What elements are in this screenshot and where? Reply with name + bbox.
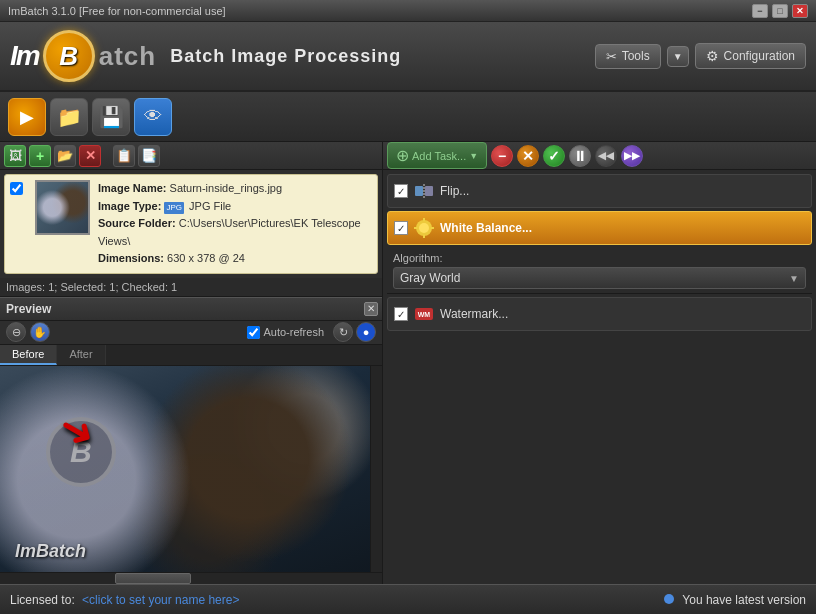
wb-task-label: White Balance... <box>440 221 805 235</box>
configuration-button[interactable]: ⚙ Configuration <box>695 43 806 69</box>
flip-task-icon <box>413 180 435 202</box>
folder-icon: 📁 <box>57 105 82 129</box>
logo-b-letter: B <box>59 41 78 72</box>
cancel-icon: ✕ <box>522 148 534 164</box>
watermark-task-label: Watermark... <box>440 307 805 321</box>
preview-horizontal-scrollbar[interactable] <box>0 572 382 584</box>
watermark-text: ImBatch <box>15 541 86 562</box>
scroll-thumb[interactable] <box>115 573 191 584</box>
color-button[interactable]: ● <box>356 322 376 342</box>
apply-task-button[interactable]: ✓ <box>543 145 565 167</box>
license-area: Licensed to: <click to set your name her… <box>10 593 239 607</box>
refresh-button[interactable]: ↻ <box>333 322 353 342</box>
algorithm-value: Gray World <box>400 271 460 285</box>
preview-vertical-scrollbar[interactable] <box>370 366 382 572</box>
tools-button[interactable]: ✂ Tools <box>595 44 661 69</box>
flip-checkbox[interactable] <box>394 184 408 198</box>
restore-button[interactable]: □ <box>772 4 788 18</box>
folder-open-icon: 📂 <box>57 148 73 163</box>
click-name-link[interactable]: <click to set your name here> <box>82 593 239 607</box>
preview-zoom-out-button[interactable]: ⊖ <box>6 322 26 342</box>
svg-text:WM: WM <box>418 311 431 318</box>
app-title: Batch Image Processing <box>170 46 401 67</box>
file-toolbar: 🖼 + 📂 ✕ 📋 📑 <box>0 142 382 170</box>
paste-icon: 📑 <box>141 148 157 163</box>
preview-image-area: B ImBatch ➜ <box>0 366 382 572</box>
tab-after[interactable]: After <box>57 345 105 365</box>
copy-icon: 📋 <box>116 148 132 163</box>
header: Im B atch Batch Image Processing ✂ Tools… <box>0 22 816 92</box>
logo-area: Im B atch Batch Image Processing <box>10 30 401 82</box>
images-count: Images: 1; Selected: 1; Checked: 1 <box>0 278 382 297</box>
svg-point-4 <box>419 223 429 233</box>
pause-task-button[interactable]: ⏸ <box>569 145 591 167</box>
wrench-icon: ✂ <box>606 49 617 64</box>
select-arrow-icon: ▼ <box>789 273 799 284</box>
file-details: Image Name: Saturn-inside_rings.jpg Imag… <box>98 180 372 268</box>
hand-icon: ✋ <box>33 326 47 339</box>
preview-close-button[interactable]: ✕ <box>364 302 378 316</box>
svg-rect-0 <box>415 186 423 196</box>
add-image-icon: 🖼 <box>9 148 22 163</box>
check-icon: ✓ <box>548 148 560 164</box>
copy-button[interactable]: 📋 <box>113 145 135 167</box>
add-task-dropdown-icon: ▼ <box>469 151 478 161</box>
add-files-button[interactable]: 🖼 <box>4 145 26 167</box>
close-button[interactable]: ✕ <box>792 4 808 18</box>
tools-dropdown-arrow[interactable]: ▼ <box>667 46 689 67</box>
auto-refresh-checkbox[interactable] <box>247 326 260 339</box>
play-icon: ▶ <box>20 106 34 128</box>
svg-rect-1 <box>425 186 433 196</box>
right-panel: ⊕ Add Task... ▼ − ✕ ✓ ⏸ ◀◀ ▶▶ <box>383 142 816 584</box>
title-bar-text: ImBatch 3.1.0 [Free for non-commercial u… <box>8 5 226 17</box>
refresh-icon: ↻ <box>339 326 348 339</box>
logo-batch-text: atch <box>99 41 156 72</box>
preview-tabs: Before After <box>0 345 382 366</box>
save-icon: 💾 <box>99 105 124 129</box>
wb-task-icon <box>413 217 435 239</box>
remove-icon: ✕ <box>85 148 96 163</box>
skip-back-button[interactable]: ◀◀ <box>595 145 617 167</box>
file-checkbox[interactable] <box>10 182 23 195</box>
remove-file-button[interactable]: ✕ <box>79 145 101 167</box>
left-panel: 🖼 + 📂 ✕ 📋 📑 <box>0 142 383 584</box>
task-toolbar: ⊕ Add Task... ▼ − ✕ ✓ ⏸ ◀◀ ▶▶ <box>383 142 816 170</box>
wb-checkbox[interactable] <box>394 221 408 235</box>
preview-controls: ⊖ ✋ Auto-refresh ↻ ● <box>0 321 382 345</box>
add-task-plus-icon: ⊕ <box>396 146 409 165</box>
preview-title: Preview <box>6 302 51 316</box>
algorithm-section: Algorithm: Gray World ▼ <box>387 248 812 294</box>
eye-button[interactable]: 👁 <box>134 98 172 136</box>
preview-hand-button[interactable]: ✋ <box>30 322 50 342</box>
header-right: ✂ Tools ▼ ⚙ Configuration <box>595 43 806 69</box>
status-bar: Licensed to: <click to set your name her… <box>0 584 816 614</box>
skip-forward-icon: ▶▶ <box>624 150 640 161</box>
cancel-task-button[interactable]: ✕ <box>517 145 539 167</box>
watermark-checkbox[interactable] <box>394 307 408 321</box>
skip-forward-button[interactable]: ▶▶ <box>621 145 643 167</box>
paste-button[interactable]: 📑 <box>138 145 160 167</box>
open-files-button[interactable]: 📂 <box>54 145 76 167</box>
play-button[interactable]: ▶ <box>8 98 46 136</box>
preview-header: Preview ✕ <box>0 297 382 321</box>
task-item-watermark: WM Watermark... <box>387 297 812 331</box>
add-task-button[interactable]: ⊕ Add Task... ▼ <box>387 142 487 169</box>
preview-image-content: B ImBatch <box>0 366 382 572</box>
algorithm-select[interactable]: Gray World ▼ <box>393 267 806 289</box>
tab-before[interactable]: Before <box>0 345 57 365</box>
remove-task-button[interactable]: − <box>491 145 513 167</box>
add-plus-icon: + <box>36 148 44 164</box>
title-bar-controls: − □ ✕ <box>752 4 808 18</box>
licensed-to-label: Licensed to: <box>10 593 75 607</box>
logo-b-circle: B <box>43 30 95 82</box>
open-folder-button[interactable]: 📁 <box>50 98 88 136</box>
minimize-button[interactable]: − <box>752 4 768 18</box>
file-thumbnail <box>35 180 90 235</box>
save-button[interactable]: 💾 <box>92 98 130 136</box>
zoom-out-icon: ⊖ <box>12 326 21 339</box>
algorithm-label: Algorithm: <box>393 252 806 264</box>
status-dot-icon <box>664 594 674 604</box>
add-more-button[interactable]: + <box>29 145 51 167</box>
toolbar: ▶ 📁 💾 👁 <box>0 92 816 142</box>
color-icon: ● <box>363 326 370 338</box>
